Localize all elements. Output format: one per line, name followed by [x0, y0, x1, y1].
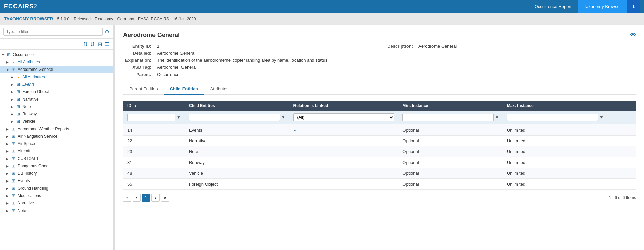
sidebar-item-foreign-object[interactable]: ▶ ⊞ Foreign Object	[0, 88, 113, 95]
table-row: 31 Runway Optional Unlimited	[123, 157, 636, 168]
col-relation-linked[interactable]: Relation is Linked	[289, 101, 399, 111]
download-button[interactable]: ⬇	[627, 0, 640, 13]
content-area: Aerodrome General 👁 Entity ID: 1 Descrip…	[115, 25, 644, 250]
label-air-navigation: Air Navigation Service	[18, 134, 57, 139]
table-row: 55 Foreign Object Optional Unlimited	[123, 179, 636, 190]
label-vehicle-child: Vehicle	[22, 119, 35, 124]
grid-icon-narrative-child: ⊞	[16, 96, 21, 102]
col-min-instance[interactable]: Min. Instance	[398, 101, 503, 111]
sort-za-icon[interactable]: ⇵	[90, 41, 95, 47]
collapse-icon[interactable]: ☰	[105, 41, 109, 47]
grid-icon-occurrence: ⊞	[6, 52, 11, 57]
page-prev-button[interactable]: ‹	[133, 194, 141, 202]
explanation-value: The identification of the aerodrome/heli…	[157, 58, 636, 63]
sidebar-item-custom1[interactable]: ▶ ⊞ CUSTOM-1	[0, 155, 113, 162]
sidebar-item-air-navigation[interactable]: ▶ ⊞ Air Navigation Service	[0, 133, 113, 140]
entity-title: Aerodrome General 👁	[123, 32, 636, 39]
sidebar-item-events-child[interactable]: ▶ ⊞ Events	[0, 81, 113, 88]
sidebar-item-ground-handling[interactable]: ▶ ⊞ Ground Handling	[0, 185, 113, 192]
tab-parent-entities[interactable]: Parent Entities	[123, 84, 164, 95]
label-custom1: CUSTOM-1	[18, 156, 38, 161]
sidebar-item-narrative-top[interactable]: ▶ ⊞ Narrative	[0, 199, 113, 207]
empty-4	[418, 65, 636, 70]
filter-max-icon[interactable]: ▼	[599, 115, 604, 120]
label-ground-handling: Ground Handling	[18, 186, 48, 191]
filter-icon[interactable]: ⚙	[105, 29, 109, 35]
filter-child-input[interactable]	[189, 114, 280, 121]
filter-id-icon[interactable]: ▼	[177, 115, 181, 120]
table-row: 48 Vehicle Optional Unlimited	[123, 168, 636, 179]
xsd-tag-label: XSD Tag:	[123, 65, 153, 70]
col-max-instance[interactable]: Max. Instance	[503, 101, 608, 111]
cell-max-1: Unlimited	[503, 136, 608, 146]
sidebar-item-dangerous-goods[interactable]: ▶ ⊞ Dangerous Goods	[0, 162, 113, 170]
detailed-label: Detailed:	[123, 51, 153, 56]
page-first-button[interactable]: «	[123, 194, 131, 202]
sidebar: ⚙ ⇅ ⇵ ⊞ ☰ ▼ ⊞ Occurrence ▶ ● All Attribu…	[0, 25, 113, 250]
logo: ECCAIRS2	[4, 3, 37, 10]
occurrence-report-button[interactable]: Occurrence Report	[529, 0, 578, 13]
col-id[interactable]: ID ▲	[123, 101, 185, 111]
xsd-tag-value: Aerodrome_General	[157, 65, 374, 70]
col-child-entities[interactable]: Child Entities	[185, 101, 289, 111]
cell-relation-5	[289, 179, 399, 190]
table-row: 14 Events ✓ Optional Unlimited	[123, 124, 636, 136]
label-air-space: Air Space	[18, 141, 35, 146]
filter-min-icon[interactable]: ▼	[495, 115, 499, 120]
sort-az-icon[interactable]: ⇅	[83, 41, 88, 47]
sidebar-item-note-top[interactable]: ▶ ⊞ Note	[0, 207, 113, 214]
grid-icon-modifications: ⊞	[11, 193, 16, 198]
page-last-button[interactable]: »	[161, 194, 169, 202]
cell-min-3: Optional	[398, 157, 503, 168]
tab-child-entities[interactable]: Child Entities	[164, 84, 204, 95]
sidebar-item-aerodrome-weather[interactable]: ▶ ⊞ Aerodrome Weather Reports	[0, 125, 113, 133]
sidebar-item-air-space[interactable]: ▶ ⊞ Air Space	[0, 140, 113, 147]
sidebar-item-all-attributes-2[interactable]: ▶ ● All Attributes	[0, 73, 113, 81]
breadcrumb-bar: TAXONOMY BROWSER 5.1.0.0 Released Taxono…	[0, 13, 644, 25]
sidebar-item-vehicle-child[interactable]: ▶ ⊞ Vehicle	[0, 118, 113, 125]
filter-min-input[interactable]	[402, 114, 494, 121]
label-note-child: Note	[22, 104, 31, 109]
expand-icon[interactable]: ⊞	[97, 41, 102, 47]
filter-relation-select[interactable]: (All)	[293, 113, 395, 121]
sidebar-item-note-child[interactable]: ▶ ⊞ Note	[0, 103, 113, 110]
sidebar-item-events-top[interactable]: ▶ ⊞ Events	[0, 177, 113, 185]
cell-actions-1	[608, 136, 636, 146]
label-all-attributes-1: All Attributes	[18, 60, 40, 64]
detailed-value: Aerodrome General	[157, 51, 374, 56]
sidebar-item-occurrence[interactable]: ▼ ⊞ Occurrence	[0, 51, 113, 58]
sidebar-item-aircraft[interactable]: ▶ ⊞ Aircraft	[0, 147, 113, 155]
label-aircraft: Aircraft	[18, 149, 30, 154]
tab-attributes[interactable]: Attributes	[204, 84, 235, 95]
page-next-button[interactable]: ›	[151, 194, 160, 202]
eye-icon[interactable]: 👁	[630, 32, 636, 39]
cell-id-2: 23	[123, 146, 185, 157]
sidebar-item-runway-child[interactable]: ▶ ⊞ Runway	[0, 110, 113, 118]
cell-child-entity-0: Events	[185, 124, 289, 136]
grid-icon-aerodrome-general: ⊞	[11, 67, 16, 72]
filter-id-input[interactable]	[127, 114, 175, 121]
cell-actions-2	[608, 146, 636, 157]
sidebar-item-db-history[interactable]: ▶ ⊞ DB History	[0, 170, 113, 177]
cell-relation-3	[289, 157, 399, 168]
arrow-dangerous-goods: ▶	[6, 164, 11, 168]
col-id-label: ID	[127, 103, 131, 108]
sidebar-item-aerodrome-general[interactable]: ▼ ⊞ Aerodrome General	[0, 66, 113, 73]
sidebar-item-all-attributes-1[interactable]: ▶ ● All Attributes	[0, 58, 113, 66]
filter-child-icon[interactable]: ▼	[281, 115, 285, 120]
cell-actions-4	[608, 168, 636, 179]
label-foreign-object: Foreign Object	[22, 89, 49, 94]
sidebar-item-modifications[interactable]: ▶ ⊞ Modifications	[0, 192, 113, 199]
arrow-aerodrome-weather: ▶	[6, 127, 11, 131]
cell-child-entity-1: Narrative	[185, 136, 289, 146]
taxonomy-browser-button[interactable]: Taxonomy Browser	[578, 0, 627, 13]
label-events-child: Events	[22, 82, 35, 87]
page-1-button[interactable]: 1	[142, 194, 150, 202]
cell-max-4: Unlimited	[503, 168, 608, 179]
sidebar-item-narrative-child[interactable]: ▶ ⊞ Narrative	[0, 95, 113, 103]
entity-header: Aerodrome General 👁 Entity ID: 1 Descrip…	[123, 32, 636, 77]
search-input[interactable]	[3, 28, 103, 36]
filter-max-input[interactable]	[507, 114, 598, 121]
parent-value: Occurrence	[157, 72, 374, 77]
label-runway-child: Runway	[22, 112, 37, 116]
